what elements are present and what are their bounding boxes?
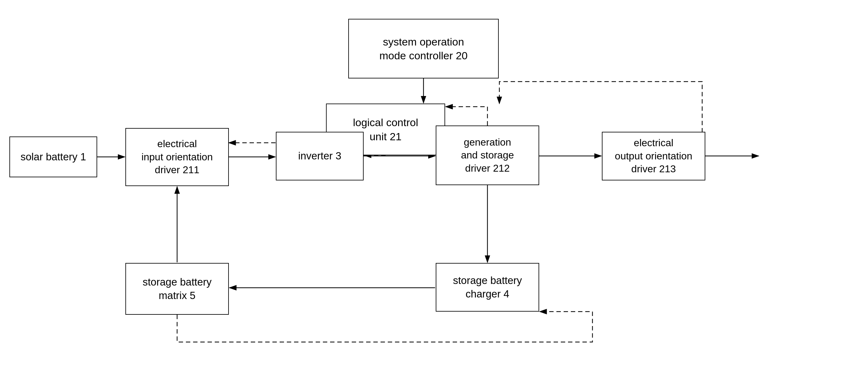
system-controller-block: system operationmode controller 20 <box>348 19 499 79</box>
battery-charger-block: storage batterycharger 4 <box>436 263 539 312</box>
diagram: system operationmode controller 20 logic… <box>0 0 868 380</box>
input-driver-label: electricalinput orientationdriver 211 <box>142 138 213 177</box>
inverter-block: inverter 3 <box>276 132 364 180</box>
output-driver-label: electricaloutput orientationdriver 213 <box>615 137 692 176</box>
solar-battery-label: solar battery 1 <box>20 150 86 164</box>
gen-storage-driver-label: generationand storagedriver 212 <box>461 136 514 175</box>
inverter-label: inverter 3 <box>298 149 341 163</box>
output-driver-block: electricaloutput orientationdriver 213 <box>602 132 705 180</box>
battery-matrix-label: storage batterymatrix 5 <box>143 275 212 302</box>
system-controller-label: system operationmode controller 20 <box>379 35 468 62</box>
solar-battery-block: solar battery 1 <box>9 137 97 177</box>
battery-charger-label: storage batterycharger 4 <box>453 274 522 301</box>
input-driver-block: electricalinput orientationdriver 211 <box>125 128 229 186</box>
battery-matrix-block: storage batterymatrix 5 <box>125 263 229 315</box>
gen-storage-driver-block: generationand storagedriver 212 <box>436 125 539 185</box>
